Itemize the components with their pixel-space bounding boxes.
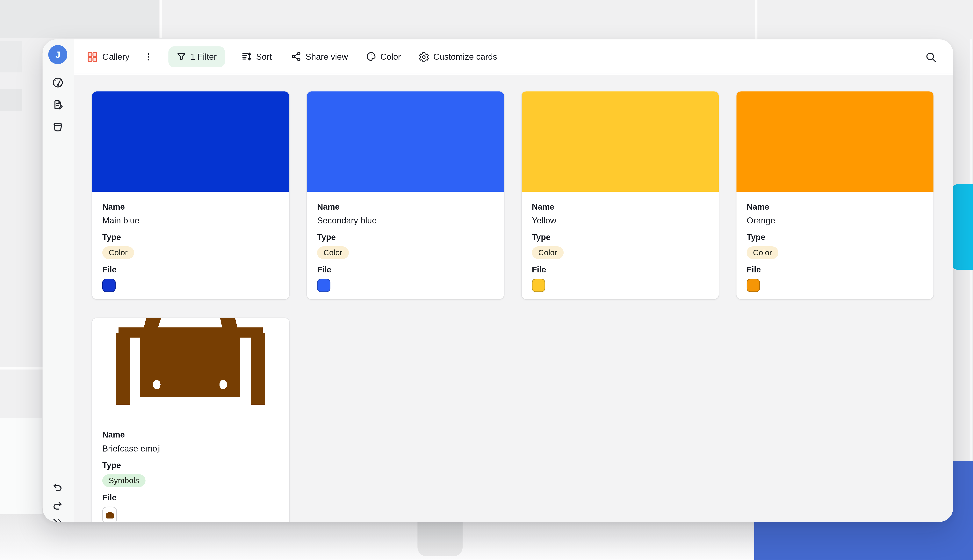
sidebar: J <box>43 39 74 522</box>
undo-icon[interactable] <box>51 480 65 494</box>
file-color-swatch <box>102 278 116 292</box>
file-thumbnail <box>102 507 117 522</box>
field-label: Name <box>102 203 279 212</box>
gallery-card[interactable]: Name Main blue Type Color File <box>92 92 289 299</box>
field-label: Name <box>102 430 279 440</box>
filter-button[interactable]: 1 Filter <box>168 46 225 67</box>
field-label: Name <box>747 203 923 212</box>
field-label: File <box>747 265 923 274</box>
redo-icon[interactable] <box>51 498 65 512</box>
type-badge: Symbols <box>102 474 145 487</box>
gauge-icon[interactable] <box>51 76 65 90</box>
field-label: File <box>532 265 709 274</box>
sort-button[interactable]: Sort <box>241 51 272 62</box>
canvas-gridline <box>0 367 43 370</box>
color-button[interactable]: Color <box>366 51 401 62</box>
field-label: File <box>102 493 279 502</box>
field-label: File <box>102 265 279 274</box>
gallery-card[interactable]: Name Secondary blue Type Color File <box>307 92 504 299</box>
canvas: J <box>0 0 973 560</box>
filter-funnel-icon <box>177 52 186 61</box>
canvas-gridline <box>755 0 757 39</box>
file-color-swatch <box>532 278 545 292</box>
gear-icon <box>419 51 429 62</box>
gallery-card[interactable]: Name Yellow Type Color File <box>522 92 719 299</box>
type-badge: Color <box>102 247 134 259</box>
card-image <box>307 92 504 192</box>
card-image <box>522 92 719 192</box>
field-label: Type <box>317 233 494 242</box>
collapse-icon[interactable] <box>51 516 65 522</box>
field-label: File <box>317 265 494 274</box>
gallery-view: Name Main blue Type Color File Name Seco… <box>74 75 953 522</box>
field-label: Name <box>317 203 494 212</box>
share-icon <box>291 51 301 62</box>
type-badge: Color <box>747 247 778 259</box>
canvas-block <box>0 89 22 111</box>
sort-icon <box>241 51 252 62</box>
color-label: Color <box>380 52 401 61</box>
briefcase-emoji-image <box>92 318 289 420</box>
canvas-gridline <box>160 0 162 38</box>
field-value-name: Yellow <box>532 216 709 225</box>
view-label: Gallery <box>102 52 130 61</box>
filter-label: 1 Filter <box>191 52 217 61</box>
field-label: Type <box>747 233 923 242</box>
share-view-button[interactable]: Share view <box>291 51 348 62</box>
customize-cards-button[interactable]: Customize cards <box>419 51 497 62</box>
gallery-card[interactable]: Name Briefcase emoji Type Symbols File <box>92 318 289 522</box>
field-value-name: Secondary blue <box>317 216 494 225</box>
briefcase-icon <box>105 511 114 519</box>
canvas-block <box>0 41 22 72</box>
app-window: J <box>43 39 953 522</box>
card-image <box>92 318 289 420</box>
share-view-label: Share view <box>306 52 348 61</box>
toolbar: Gallery 1 Filter <box>74 39 953 74</box>
file-color-swatch <box>317 278 331 292</box>
canvas-shape-cyan <box>951 184 973 270</box>
type-badge: Color <box>532 247 563 259</box>
field-label: Type <box>532 233 709 242</box>
kebab-icon[interactable] <box>144 52 153 61</box>
field-label: Type <box>102 461 279 470</box>
file-color-swatch <box>747 278 760 292</box>
canvas-block <box>0 0 160 38</box>
search-icon[interactable] <box>925 51 936 63</box>
palette-icon <box>366 51 376 62</box>
view-switcher-gallery[interactable]: Gallery <box>87 51 129 62</box>
notes-icon[interactable] <box>51 98 65 112</box>
sort-label: Sort <box>256 52 272 61</box>
card-image <box>92 92 289 192</box>
avatar[interactable]: J <box>48 45 67 64</box>
field-value-name: Orange <box>747 216 923 225</box>
customize-cards-label: Customize cards <box>433 52 497 61</box>
field-label: Name <box>532 203 709 212</box>
canvas-shape-gray-tab <box>418 521 463 556</box>
field-value-name: Briefcase emoji <box>102 444 279 453</box>
gallery-grid-icon <box>87 51 98 62</box>
type-badge: Color <box>317 247 349 259</box>
gallery-card[interactable]: Name Orange Type Color File <box>736 92 933 299</box>
card-image <box>736 92 933 192</box>
field-value-name: Main blue <box>102 216 279 225</box>
bucket-icon[interactable] <box>51 120 65 134</box>
field-label: Type <box>102 233 279 242</box>
